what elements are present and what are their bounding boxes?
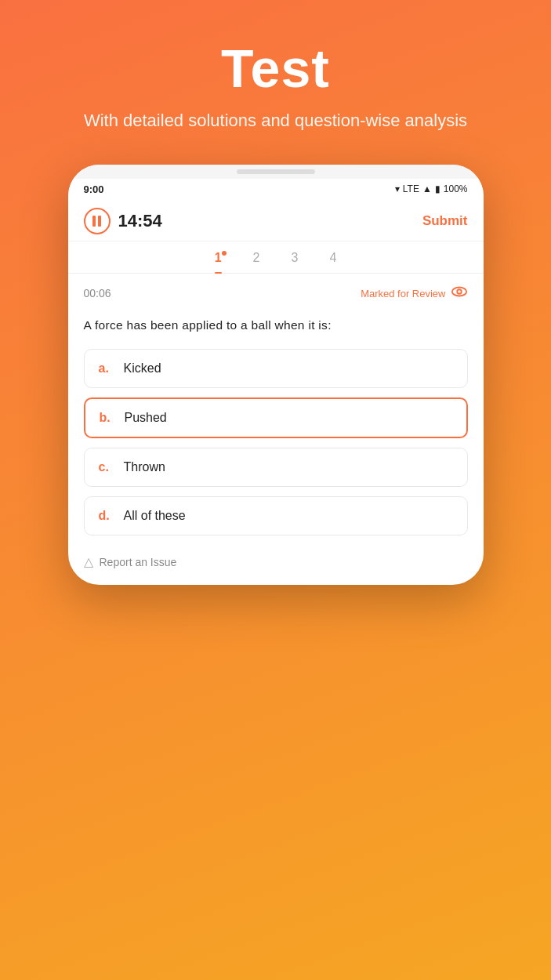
pause-icon (92, 216, 101, 227)
warning-icon: △ (84, 554, 93, 569)
battery-percent: 100% (444, 183, 468, 194)
report-section: △ Report an Issue (68, 546, 484, 585)
tab-2[interactable]: 2 (253, 251, 260, 273)
option-a[interactable]: a. Kicked (84, 349, 468, 388)
tab-1[interactable]: 1 (215, 251, 222, 273)
eye-icon (451, 283, 468, 304)
option-a-text: Kicked (124, 361, 161, 376)
submit-button[interactable]: Submit (422, 213, 468, 229)
tab-3[interactable]: 3 (292, 251, 299, 273)
question-time: 00:06 (84, 287, 111, 299)
option-d-letter: d. (99, 509, 113, 523)
timer-display: 14:54 (118, 211, 162, 231)
option-b[interactable]: b. Pushed (84, 397, 468, 438)
option-b-text: Pushed (125, 411, 167, 425)
svg-point-0 (451, 287, 466, 296)
page-title: Test (84, 39, 467, 98)
option-d[interactable]: d. All of these (84, 496, 468, 535)
option-b-letter: b. (100, 411, 114, 425)
question-area: 00:06 Marked for Review A force has been… (68, 274, 484, 547)
status-time: 9:00 (84, 183, 104, 195)
status-icons: ▾ LTE ▲ ▮ 100% (395, 183, 468, 194)
timer-bar: 14:54 Submit (68, 200, 484, 241)
options-list: a. Kicked b. Pushed c. Thrown d. All of … (84, 349, 468, 546)
option-d-text: All of these (124, 509, 186, 523)
battery-icon: ▮ (435, 183, 440, 194)
option-c[interactable]: c. Thrown (84, 448, 468, 487)
signal-icon: ▲ (422, 183, 432, 194)
tab-4[interactable]: 4 (329, 251, 336, 273)
option-c-letter: c. (99, 460, 113, 474)
question-meta: 00:06 Marked for Review (84, 283, 468, 304)
phone-notch (68, 165, 484, 179)
page-subtitle: With detailed solutions and question-wis… (84, 107, 467, 133)
pause-button[interactable] (84, 208, 111, 234)
phone-frame: 9:00 ▾ LTE ▲ ▮ 100% 14:54 Submit 1 2 (68, 165, 484, 586)
status-bar: 9:00 ▾ LTE ▲ ▮ 100% (68, 179, 484, 200)
marked-review[interactable]: Marked for Review (361, 283, 467, 304)
tab-dot (222, 251, 227, 256)
marked-label: Marked for Review (361, 288, 445, 299)
timer-left: 14:54 (84, 208, 162, 234)
question-text: A force has been applied to a ball when … (84, 315, 468, 336)
lte-label: LTE (403, 183, 419, 194)
option-a-letter: a. (99, 361, 113, 376)
question-tabs: 1 2 3 4 (68, 241, 484, 274)
header: Test With detailed solutions and questio… (37, 0, 514, 157)
notch-bar (237, 169, 315, 174)
option-c-text: Thrown (124, 460, 165, 474)
svg-point-1 (457, 289, 462, 294)
report-link[interactable]: Report an Issue (100, 556, 177, 568)
wifi-icon: ▾ (395, 183, 400, 194)
